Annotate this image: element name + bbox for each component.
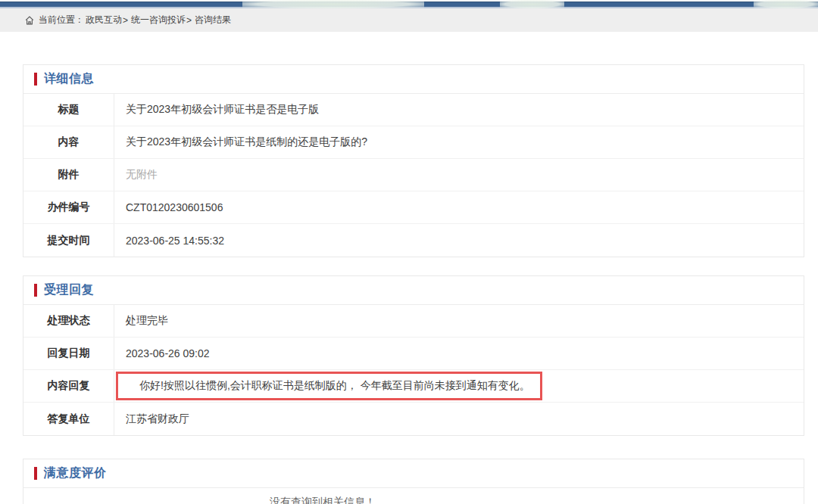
section-accent-bar	[34, 73, 37, 86]
satisfaction-panel: 满意度评价 没有查询到相关信息！	[23, 459, 804, 504]
table-row-status: 处理状态 处理完毕	[23, 305, 804, 338]
field-value: CZT0120230601506	[114, 191, 804, 223]
section-title: 详细信息	[44, 71, 94, 87]
table-row-attachment: 附件 无附件	[23, 159, 804, 191]
field-label: 标题	[23, 94, 114, 126]
field-value: 江苏省财政厅	[114, 403, 804, 435]
field-label: 附件	[23, 159, 114, 191]
reply-header: 受理回复	[23, 276, 804, 305]
table-row-title: 标题 关于2023年初级会计师证书是否是电子版	[23, 94, 804, 126]
field-value: 2023-06-25 14:55:32	[114, 224, 804, 257]
field-value: 2023-06-26 09:02	[114, 338, 804, 369]
satisfaction-message: 没有查询到相关信息！	[23, 488, 804, 504]
field-label: 内容	[23, 126, 114, 158]
field-value: 无附件	[114, 159, 804, 191]
field-label: 处理状态	[23, 305, 114, 337]
field-value: 你好!按照以往惯例,会计职称证书是纸制版的， 今年截至目前尚未接到通知有变化。	[139, 379, 530, 393]
section-accent-bar	[34, 467, 37, 480]
home-icon	[25, 16, 34, 25]
field-label: 办件编号	[23, 191, 114, 223]
breadcrumb-item-current: 咨询结果	[195, 14, 231, 26]
breadcrumb: 当前位置： 政民互动 > 统一咨询投诉 > 咨询结果	[0, 8, 818, 32]
breadcrumb-separator: >	[186, 15, 192, 26]
breadcrumb-item-zixun-tousu[interactable]: 统一咨询投诉	[131, 14, 186, 26]
field-value: 关于2023年初级会计师证书是纸制的还是电子版的?	[114, 126, 804, 158]
detail-info-panel: 详细信息 标题 关于2023年初级会计师证书是否是电子版 内容 关于2023年初…	[23, 64, 804, 257]
section-title: 满意度评价	[44, 465, 107, 481]
field-value: 处理完毕	[114, 305, 804, 337]
field-label: 内容回复	[23, 370, 114, 402]
banner-image-remnant	[500, 0, 564, 8]
reply-panel: 受理回复 处理状态 处理完毕 回复日期 2023-06-26 09:02 内容回…	[23, 275, 804, 436]
section-title: 受理回复	[44, 282, 94, 298]
breadcrumb-separator: >	[123, 15, 128, 26]
top-decorative-strip	[0, 0, 818, 8]
table-row-case-number: 办件编号 CZT0120230601506	[23, 191, 804, 224]
banner-image-remnant	[242, 0, 424, 8]
field-label: 提交时间	[23, 224, 114, 257]
section-accent-bar	[34, 284, 37, 297]
breadcrumb-prefix: 当前位置：	[39, 14, 84, 26]
breadcrumb-item-zhengmin-hudong[interactable]: 政民互动	[86, 14, 122, 26]
satisfaction-header: 满意度评价	[23, 459, 804, 488]
highlight-annotation-box: 你好!按照以往惯例,会计职称证书是纸制版的， 今年截至目前尚未接到通知有变化。	[116, 372, 542, 400]
field-value-container: 你好!按照以往惯例,会计职称证书是纸制版的， 今年截至目前尚未接到通知有变化。	[114, 370, 804, 402]
table-row-reply-date: 回复日期 2023-06-26 09:02	[23, 338, 804, 370]
field-value: 关于2023年初级会计师证书是否是电子版	[114, 94, 804, 126]
main-content: 详细信息 标题 关于2023年初级会计师证书是否是电子版 内容 关于2023年初…	[23, 64, 804, 504]
table-row-content: 内容 关于2023年初级会计师证书是纸制的还是电子版的?	[23, 126, 804, 159]
field-label: 答复单位	[23, 403, 114, 435]
detail-info-header: 详细信息	[23, 65, 804, 94]
banner-image-remnant	[754, 0, 818, 8]
table-row-submit-time: 提交时间 2023-06-25 14:55:32	[23, 224, 804, 257]
field-label: 回复日期	[23, 338, 114, 369]
table-row-reply-content: 内容回复 你好!按照以往惯例,会计职称证书是纸制版的， 今年截至目前尚未接到通知…	[23, 370, 804, 403]
table-row-reply-unit: 答复单位 江苏省财政厅	[23, 403, 804, 435]
